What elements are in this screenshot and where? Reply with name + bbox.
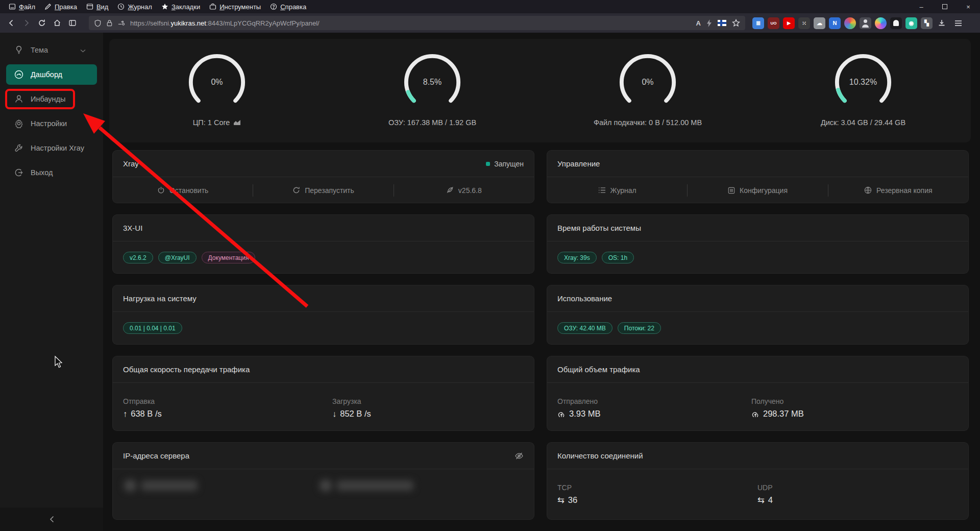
management-card-title: Управление (557, 159, 600, 168)
dice-extension-icon[interactable]: ⁙ (798, 17, 810, 29)
xui-version-badge[interactable]: v2.6.2 (123, 252, 153, 263)
cpu-chart-icon[interactable] (233, 119, 241, 126)
reload-button[interactable] (35, 16, 49, 30)
color-wheel-extension-icon[interactable] (875, 17, 887, 29)
menu-view[interactable]: Вид (82, 0, 113, 13)
sidebar-toggle-button[interactable] (65, 16, 80, 30)
cloud-extension-icon[interactable]: ☁ (814, 17, 825, 29)
feather-icon (446, 186, 454, 194)
lightning-icon[interactable] (706, 19, 712, 27)
close-button[interactable]: × (957, 0, 980, 13)
maximize-button[interactable] (933, 0, 957, 13)
profile-extension-icon[interactable] (860, 17, 871, 29)
dashboard-gauge-icon (14, 70, 23, 79)
uptime-card-title: Время работы системы (557, 224, 641, 232)
url-suffix: :8443/mLpYCGqRR2yApWcfPy/panel/ (206, 19, 320, 27)
upload-speed-value: 638 B /s (131, 409, 162, 419)
swap-arrows-icon: ⇆ (557, 495, 565, 505)
file-menu-icon (9, 3, 16, 10)
eye-slash-icon (514, 452, 524, 460)
menu-help[interactable]: Справка (265, 0, 311, 13)
toggle-ip-visibility-button[interactable] (514, 452, 524, 460)
menu-history-label: Журнал (128, 3, 152, 11)
sidebar-item-xray-settings[interactable]: Настройки Xray (0, 138, 97, 158)
ram-gauge-percent: 8.5% (402, 52, 462, 112)
rainbow-extension-icon[interactable] (844, 17, 856, 29)
camera-extension-icon[interactable]: ◉ (905, 17, 917, 29)
bulb-icon (14, 45, 23, 55)
browser-toolbar: https://selfsni.yukikras.net:8443/mLpYCG… (0, 13, 980, 33)
threads-badge: Потоки: 22 (618, 322, 661, 334)
disk-gauge: 10.32% Диск: 3.04 GB / 29.44 GB (755, 39, 971, 142)
log-button[interactable]: Журнал (547, 177, 687, 203)
ghost-extension-icon[interactable] (890, 17, 902, 29)
forward-button[interactable] (19, 16, 34, 30)
forward-icon (22, 19, 31, 27)
menu-tools[interactable]: Инструменты (205, 0, 265, 13)
help-menu-icon (270, 3, 277, 10)
downloads-button[interactable] (935, 16, 949, 30)
backup-button[interactable]: Резервная копия (828, 177, 968, 203)
ublock-extension-icon[interactable]: UO (768, 17, 779, 29)
home-icon (53, 19, 61, 27)
volume-card: Общий объем трафика Отправлено 3.93 MB П… (547, 356, 969, 431)
blue-app-extension-icon[interactable]: N (829, 17, 841, 29)
sidebar-collapse-button[interactable] (0, 508, 103, 531)
xui-card: 3X-UI v2.6.2 @XrayUI Документация (112, 214, 534, 274)
bookmark-star-icon[interactable] (732, 19, 740, 27)
sidebar-item-settings[interactable]: Настройки (0, 113, 97, 134)
youtube-extension-icon[interactable]: ▶ (783, 17, 795, 29)
url-bar[interactable]: https://selfsni.yukikras.net:8443/mLpYCG… (89, 16, 745, 30)
status-dot (486, 162, 490, 166)
sidebar-item-theme[interactable]: Тема (0, 40, 97, 60)
translate-icon[interactable]: A (696, 19, 701, 27)
download-icon (938, 19, 946, 27)
connections-card: Количество соединений TCP ⇆ 36 UDP ⇆ 4 (547, 442, 969, 520)
ram-gauge-label: ОЗУ: 167.38 MB / 1.92 GB (388, 118, 476, 127)
stop-xray-button[interactable]: Остановить (113, 177, 253, 203)
restart-xray-button[interactable]: Перезапустить (253, 177, 393, 203)
speed-card: Общая скорость передачи трафика Отправка… (112, 356, 534, 431)
tcp-connections: TCP ⇆ 36 (557, 484, 577, 505)
sidebar-item-logout[interactable]: Выход (0, 162, 97, 183)
documentation-badge[interactable]: Документация (202, 252, 256, 263)
back-button[interactable] (4, 16, 18, 30)
bookmarks-menu-icon (161, 3, 168, 10)
edit-menu-icon (44, 3, 52, 10)
menu-bookmarks[interactable]: Закладки (157, 0, 205, 13)
home-button[interactable] (50, 16, 64, 30)
minimize-button[interactable]: – (910, 0, 933, 13)
menu-edit[interactable]: Правка (40, 0, 82, 13)
xray-card: Xray Запущен Остановить Перезапустить (112, 150, 534, 203)
arrow-up-icon: ↑ (123, 409, 127, 419)
sidebar-toggle-icon (68, 19, 77, 27)
lock-icon (106, 19, 113, 27)
sidebar-item-logout-label: Выход (31, 168, 53, 177)
menu-history[interactable]: Журнал (113, 0, 156, 13)
notes-extension-icon[interactable]: ≣ (752, 17, 764, 29)
xrayui-badge[interactable]: @XrayUI (158, 252, 197, 263)
load-card-title: Нагрузка на систему (123, 294, 197, 303)
tcp-connections-value: 36 (568, 495, 577, 505)
restart-icon (292, 186, 300, 194)
udp-connections: UDP ⇆ 4 (757, 484, 773, 505)
panel-app: Тема Дашборд Инбаунды Настройки Настройк… (0, 33, 980, 531)
sidebar-item-xray-settings-label: Настройки Xray (31, 144, 84, 152)
config-button[interactable]: Конфигурация (688, 177, 827, 203)
finland-flag-icon[interactable] (718, 20, 726, 26)
menu-file-label: Файл (19, 3, 35, 11)
puzzle-extension-icon[interactable]: ▚ (921, 17, 933, 29)
system-gauges-panel: 0% ЦП: 1 Core 8.5% ОЗУ: 167.38 MB / 1.92… (109, 39, 971, 142)
sent-volume: Отправлено 3.93 MB (557, 397, 600, 419)
sidebar-item-inbounds[interactable]: Инбаунды (0, 89, 97, 109)
disk-gauge-percent: 10.32% (833, 52, 893, 112)
menu-file[interactable]: Файл (4, 0, 40, 13)
app-menu-button[interactable] (951, 16, 965, 30)
chevron-left-icon (50, 516, 54, 523)
download-speed-value: 852 B /s (340, 409, 371, 419)
cpu-gauge-percent: 0% (187, 52, 247, 112)
history-menu-icon (117, 3, 125, 10)
load-card: Нагрузка на систему 0.01 | 0.04 | 0.01 (112, 285, 534, 345)
xray-version-button[interactable]: v25.6.8 (394, 177, 534, 203)
sidebar-item-dashboard[interactable]: Дашборд (6, 64, 97, 85)
